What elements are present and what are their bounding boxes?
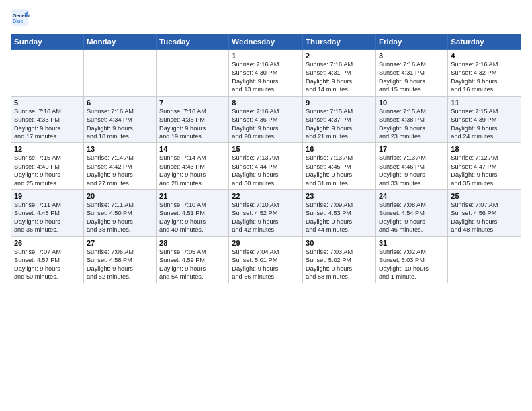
day-number: 18	[451, 145, 518, 153]
day-number: 16	[306, 145, 373, 153]
day-info: Sunrise: 7:16 AM Sunset: 4:31 PM Dayligh…	[379, 60, 445, 94]
day-number: 13	[87, 145, 153, 153]
day-number: 10	[379, 99, 445, 107]
logo: General Blue	[11, 8, 32, 27]
day-cell: 19Sunrise: 7:11 AM Sunset: 4:48 PM Dayli…	[11, 190, 84, 237]
day-info: Sunrise: 7:11 AM Sunset: 4:48 PM Dayligh…	[14, 201, 81, 234]
day-info: Sunrise: 7:09 AM Sunset: 4:53 PM Dayligh…	[306, 201, 373, 234]
day-number: 29	[232, 239, 300, 247]
day-info: Sunrise: 7:10 AM Sunset: 4:52 PM Dayligh…	[232, 201, 300, 234]
day-number: 5	[14, 99, 81, 107]
day-number: 9	[306, 99, 373, 107]
day-info: Sunrise: 7:16 AM Sunset: 4:30 PM Dayligh…	[232, 60, 300, 94]
day-info: Sunrise: 7:07 AM Sunset: 4:56 PM Dayligh…	[451, 201, 518, 234]
calendar-header: SundayMondayTuesdayWednesdayThursdayFrid…	[11, 34, 521, 50]
day-info: Sunrise: 7:11 AM Sunset: 4:50 PM Dayligh…	[87, 201, 153, 234]
day-cell: 17Sunrise: 7:13 AM Sunset: 4:46 PM Dayli…	[375, 143, 447, 190]
day-info: Sunrise: 7:16 AM Sunset: 4:34 PM Dayligh…	[87, 107, 153, 141]
svg-text:Blue: Blue	[13, 19, 23, 24]
day-cell: 29Sunrise: 7:04 AM Sunset: 5:01 PM Dayli…	[229, 236, 303, 283]
day-number: 17	[379, 145, 445, 153]
day-info: Sunrise: 7:15 AM Sunset: 4:37 PM Dayligh…	[306, 107, 373, 141]
day-info: Sunrise: 7:14 AM Sunset: 4:42 PM Dayligh…	[87, 154, 153, 187]
day-cell: 22Sunrise: 7:10 AM Sunset: 4:52 PM Dayli…	[229, 190, 303, 237]
day-number: 1	[232, 52, 300, 60]
day-number: 22	[232, 192, 300, 200]
day-number: 28	[159, 239, 226, 247]
day-number: 24	[379, 192, 445, 200]
day-info: Sunrise: 7:07 AM Sunset: 4:57 PM Dayligh…	[14, 248, 81, 281]
day-number: 19	[14, 192, 81, 200]
day-info: Sunrise: 7:02 AM Sunset: 5:03 PM Dayligh…	[379, 248, 445, 281]
day-cell	[83, 50, 156, 97]
day-number: 31	[379, 239, 445, 247]
page: General Blue SundayMondayTuesdayWednesda…	[0, 0, 532, 289]
day-number: 25	[451, 192, 518, 200]
day-cell: 14Sunrise: 7:14 AM Sunset: 4:43 PM Dayli…	[157, 143, 229, 190]
day-cell: 23Sunrise: 7:09 AM Sunset: 4:53 PM Dayli…	[303, 190, 376, 237]
day-number: 6	[87, 99, 153, 107]
day-info: Sunrise: 7:03 AM Sunset: 5:02 PM Dayligh…	[306, 248, 373, 281]
day-number: 21	[159, 192, 226, 200]
day-number: 7	[159, 99, 226, 107]
day-cell: 11Sunrise: 7:15 AM Sunset: 4:39 PM Dayli…	[448, 96, 521, 143]
day-cell: 15Sunrise: 7:13 AM Sunset: 4:44 PM Dayli…	[229, 143, 303, 190]
day-info: Sunrise: 7:15 AM Sunset: 4:38 PM Dayligh…	[379, 107, 445, 141]
weekday-header-friday: Friday	[375, 34, 447, 50]
day-number: 8	[232, 99, 300, 107]
day-info: Sunrise: 7:16 AM Sunset: 4:31 PM Dayligh…	[306, 60, 373, 94]
day-cell: 24Sunrise: 7:08 AM Sunset: 4:54 PM Dayli…	[375, 190, 447, 237]
day-number: 15	[232, 145, 300, 153]
day-info: Sunrise: 7:10 AM Sunset: 4:51 PM Dayligh…	[159, 201, 226, 234]
day-info: Sunrise: 7:13 AM Sunset: 4:44 PM Dayligh…	[232, 154, 300, 187]
day-cell: 1Sunrise: 7:16 AM Sunset: 4:30 PM Daylig…	[229, 50, 303, 97]
day-number: 11	[451, 99, 518, 107]
header: General Blue	[11, 8, 521, 27]
day-info: Sunrise: 7:13 AM Sunset: 4:46 PM Dayligh…	[379, 154, 445, 187]
day-cell: 12Sunrise: 7:15 AM Sunset: 4:40 PM Dayli…	[11, 143, 84, 190]
day-cell: 18Sunrise: 7:12 AM Sunset: 4:47 PM Dayli…	[448, 143, 521, 190]
day-number: 23	[306, 192, 373, 200]
day-cell: 7Sunrise: 7:16 AM Sunset: 4:35 PM Daylig…	[157, 96, 229, 143]
day-cell: 25Sunrise: 7:07 AM Sunset: 4:56 PM Dayli…	[448, 190, 521, 237]
weekday-header-thursday: Thursday	[303, 34, 376, 50]
day-info: Sunrise: 7:16 AM Sunset: 4:32 PM Dayligh…	[451, 60, 518, 94]
day-info: Sunrise: 7:04 AM Sunset: 5:01 PM Dayligh…	[232, 248, 300, 281]
day-number: 3	[379, 52, 445, 60]
weekday-header-monday: Monday	[83, 34, 156, 50]
day-info: Sunrise: 7:06 AM Sunset: 4:58 PM Dayligh…	[87, 248, 153, 281]
day-number: 2	[306, 52, 373, 60]
day-number: 14	[159, 145, 226, 153]
day-number: 26	[14, 239, 81, 247]
day-info: Sunrise: 7:16 AM Sunset: 4:36 PM Dayligh…	[232, 107, 300, 141]
weekday-row: SundayMondayTuesdayWednesdayThursdayFrid…	[11, 34, 521, 50]
weekday-header-saturday: Saturday	[448, 34, 521, 50]
logo-icon: General Blue	[11, 8, 30, 27]
day-cell	[11, 50, 84, 97]
day-info: Sunrise: 7:12 AM Sunset: 4:47 PM Dayligh…	[451, 154, 518, 187]
week-row-3: 12Sunrise: 7:15 AM Sunset: 4:40 PM Dayli…	[11, 143, 521, 190]
day-cell: 2Sunrise: 7:16 AM Sunset: 4:31 PM Daylig…	[303, 50, 376, 97]
day-cell: 26Sunrise: 7:07 AM Sunset: 4:57 PM Dayli…	[11, 236, 84, 283]
calendar: SundayMondayTuesdayWednesdayThursdayFrid…	[11, 34, 521, 283]
day-cell: 3Sunrise: 7:16 AM Sunset: 4:31 PM Daylig…	[375, 50, 447, 97]
day-cell: 31Sunrise: 7:02 AM Sunset: 5:03 PM Dayli…	[375, 236, 447, 283]
day-info: Sunrise: 7:13 AM Sunset: 4:45 PM Dayligh…	[306, 154, 373, 187]
week-row-4: 19Sunrise: 7:11 AM Sunset: 4:48 PM Dayli…	[11, 190, 521, 237]
weekday-header-tuesday: Tuesday	[157, 34, 229, 50]
day-number: 30	[306, 239, 373, 247]
calendar-body: 1Sunrise: 7:16 AM Sunset: 4:30 PM Daylig…	[11, 50, 521, 283]
day-info: Sunrise: 7:16 AM Sunset: 4:35 PM Dayligh…	[159, 107, 226, 141]
day-cell: 20Sunrise: 7:11 AM Sunset: 4:50 PM Dayli…	[83, 190, 156, 237]
day-cell	[448, 236, 521, 283]
day-cell: 27Sunrise: 7:06 AM Sunset: 4:58 PM Dayli…	[83, 236, 156, 283]
day-cell: 16Sunrise: 7:13 AM Sunset: 4:45 PM Dayli…	[303, 143, 376, 190]
day-info: Sunrise: 7:15 AM Sunset: 4:40 PM Dayligh…	[14, 154, 81, 187]
day-info: Sunrise: 7:08 AM Sunset: 4:54 PM Dayligh…	[379, 201, 445, 234]
week-row-5: 26Sunrise: 7:07 AM Sunset: 4:57 PM Dayli…	[11, 236, 521, 283]
day-number: 4	[451, 52, 518, 60]
day-cell: 30Sunrise: 7:03 AM Sunset: 5:02 PM Dayli…	[303, 236, 376, 283]
day-cell: 8Sunrise: 7:16 AM Sunset: 4:36 PM Daylig…	[229, 96, 303, 143]
weekday-header-wednesday: Wednesday	[229, 34, 303, 50]
day-cell	[157, 50, 229, 97]
